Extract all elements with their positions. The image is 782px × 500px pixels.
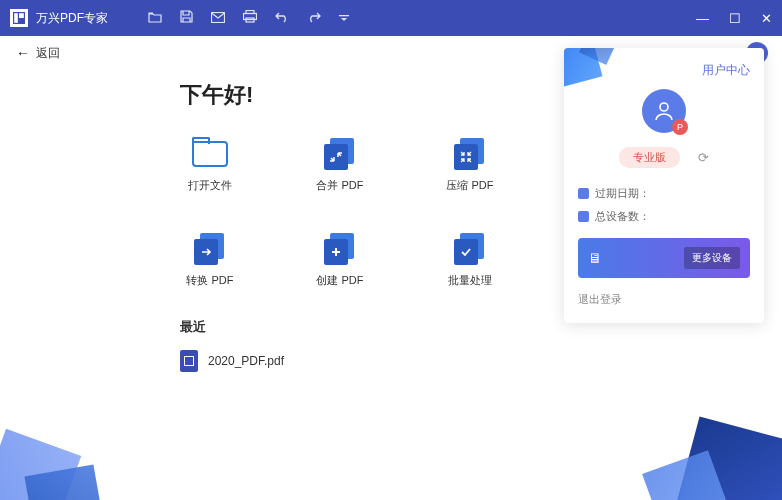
app-logo-icon	[10, 9, 28, 27]
undo-icon[interactable]	[275, 9, 289, 27]
window-controls: — ☐ ✕	[696, 11, 772, 26]
device-count-row: 总设备数：	[578, 209, 750, 224]
recent-file-item[interactable]: 2020_PDF.pdf	[180, 350, 782, 372]
create-pdf-action[interactable]: 创建 PDF	[310, 231, 370, 288]
logout-button[interactable]: 退出登录	[578, 292, 750, 307]
expiry-row: 过期日期：	[578, 186, 750, 201]
create-icon	[322, 231, 358, 267]
back-label[interactable]: 返回	[36, 45, 60, 62]
user-center-panel: 用户中心 P 专业版 ⟳ 过期日期： 总设备数： 🖥 更多设备 退出登录	[564, 48, 764, 323]
merge-label: 合并 PDF	[316, 178, 363, 193]
maximize-button[interactable]: ☐	[729, 11, 741, 26]
open-file-action[interactable]: 打开文件	[180, 136, 240, 193]
plan-row: 专业版 ⟳	[578, 147, 750, 168]
convert-icon	[192, 231, 228, 267]
merge-pdf-action[interactable]: 合并 PDF	[310, 136, 370, 193]
folder-icon[interactable]	[148, 9, 162, 27]
svg-point-9	[660, 103, 668, 111]
pdf-file-icon	[180, 350, 198, 372]
open-folder-icon	[192, 136, 228, 172]
convert-label: 转换 PDF	[186, 273, 233, 288]
titlebar-toolbar	[148, 9, 349, 27]
recent-filename: 2020_PDF.pdf	[208, 354, 284, 368]
compress-label: 压缩 PDF	[446, 178, 493, 193]
devices-graphic-icon: 🖥	[588, 250, 602, 266]
batch-label: 批量处理	[448, 273, 492, 288]
close-button[interactable]: ✕	[761, 11, 772, 26]
create-label: 创建 PDF	[316, 273, 363, 288]
mail-icon[interactable]	[211, 9, 225, 27]
batch-icon	[452, 231, 488, 267]
user-avatar-icon: P	[642, 89, 686, 133]
save-icon[interactable]	[180, 9, 193, 27]
more-devices-button[interactable]: 🖥 更多设备	[578, 238, 750, 278]
plan-badge: P	[672, 119, 688, 135]
refresh-icon[interactable]: ⟳	[698, 150, 709, 165]
svg-rect-1	[14, 13, 18, 23]
merge-icon	[322, 136, 358, 172]
device-icon	[578, 211, 589, 222]
compress-pdf-action[interactable]: 压缩 PDF	[440, 136, 500, 193]
back-arrow-icon[interactable]: ←	[16, 45, 30, 61]
print-icon[interactable]	[243, 9, 257, 27]
dropdown-icon[interactable]	[339, 9, 349, 27]
minimize-button[interactable]: —	[696, 11, 709, 26]
app-title: 万兴PDF专家	[36, 10, 108, 27]
expiry-label: 过期日期：	[595, 186, 650, 201]
calendar-icon	[578, 188, 589, 199]
open-file-label: 打开文件	[188, 178, 232, 193]
redo-icon[interactable]	[307, 9, 321, 27]
user-center-title[interactable]: 用户中心	[578, 62, 750, 79]
svg-rect-2	[19, 13, 24, 18]
svg-rect-7	[339, 15, 349, 16]
convert-pdf-action[interactable]: 转换 PDF	[180, 231, 240, 288]
device-label: 总设备数：	[595, 209, 650, 224]
compress-icon	[452, 136, 488, 172]
plan-tag: 专业版	[619, 147, 680, 168]
batch-action[interactable]: 批量处理	[440, 231, 500, 288]
more-devices-label: 更多设备	[684, 247, 740, 269]
title-bar: 万兴PDF专家 — ☐ ✕	[0, 0, 782, 36]
